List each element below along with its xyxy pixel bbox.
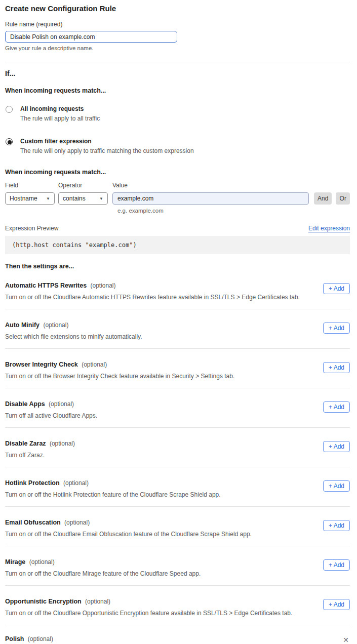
setting-main: Hotlink Protection (optional) Turn on or… bbox=[5, 479, 221, 498]
setting-title-line: Email Obfuscation (optional) bbox=[5, 519, 252, 526]
chevron-down-icon: ▼ bbox=[46, 196, 50, 201]
setting-row: Email Obfuscation (optional) Turn on or … bbox=[5, 507, 350, 546]
radio-option[interactable]: All incoming requests The rule will appl… bbox=[5, 100, 350, 127]
radio-button-icon[interactable] bbox=[6, 106, 13, 113]
setting-name: Mirage bbox=[5, 558, 25, 566]
rule-name-helper: Give your rule a descriptive name. bbox=[5, 45, 350, 51]
rule-name-block: Rule name (required) Give your rule a de… bbox=[5, 21, 350, 51]
or-button[interactable]: Or bbox=[336, 192, 350, 205]
operator-label: Operator bbox=[58, 182, 108, 189]
setting-row: Browser Integrity Check (optional) Turn … bbox=[5, 349, 350, 388]
builder-row: Field Hostname ▼ Operator contains ▼ Val… bbox=[5, 182, 350, 205]
setting-optional-label: (optional) bbox=[43, 321, 68, 329]
setting-name: Opportunistic Encryption bbox=[5, 598, 82, 605]
value-label: Value bbox=[112, 182, 309, 189]
expression-preview-code: (http.host contains "example.com") bbox=[5, 236, 350, 254]
setting-title-line: Automatic HTTPS Rewrites (optional) bbox=[5, 282, 300, 289]
setting-optional-label: (optional) bbox=[85, 598, 110, 605]
setting-optional-label: (optional) bbox=[63, 479, 89, 487]
setting-name: Disable Zaraz bbox=[5, 440, 46, 447]
field-select-value: Hostname bbox=[10, 195, 37, 202]
chevron-down-icon: ▼ bbox=[99, 196, 103, 201]
setting-optional-label: (optional) bbox=[90, 282, 115, 289]
setting-main: Opportunistic Encryption (optional) Turn… bbox=[5, 598, 292, 617]
rule-name-label: Rule name (required) bbox=[5, 21, 350, 28]
setting-title-line: Auto Minify (optional) bbox=[5, 321, 142, 329]
close-icon[interactable]: ✕ bbox=[342, 635, 350, 644]
polish-header: Polish (optional) ✕ bbox=[5, 635, 350, 644]
setting-row: Disable Zaraz (optional) Turn off Zaraz.… bbox=[5, 428, 350, 467]
add-setting-button[interactable]: + Add bbox=[323, 480, 350, 492]
add-setting-button[interactable]: + Add bbox=[323, 283, 350, 294]
setting-main: Email Obfuscation (optional) Turn on or … bbox=[5, 519, 252, 538]
radio-texts: Custom filter expression The rule will o… bbox=[20, 138, 194, 154]
operator-column: Operator contains ▼ bbox=[58, 182, 108, 205]
page-title: Create new Configuration Rule bbox=[5, 4, 350, 13]
setting-name: Automatic HTTPS Rewrites bbox=[5, 282, 87, 289]
setting-description: Turn on or off the Browser Integrity Che… bbox=[5, 373, 234, 380]
settings-list: Automatic HTTPS Rewrites (optional) Turn… bbox=[5, 270, 350, 625]
radio-option-description: The rule will only apply to traffic matc… bbox=[20, 147, 194, 154]
setting-main: Mirage (optional) Turn on or off the Clo… bbox=[5, 558, 201, 577]
setting-row: Disable Apps (optional) Turn off all act… bbox=[5, 388, 350, 428]
divider bbox=[5, 62, 350, 62]
setting-title-line: Browser Integrity Check (optional) bbox=[5, 361, 234, 368]
setting-description: Turn on or off the Cloudflare Automatic … bbox=[5, 294, 300, 301]
add-setting-button[interactable]: + Add bbox=[323, 323, 350, 334]
setting-row: Automatic HTTPS Rewrites (optional) Turn… bbox=[5, 270, 350, 309]
setting-main: Automatic HTTPS Rewrites (optional) Turn… bbox=[5, 282, 300, 301]
setting-name: Browser Integrity Check bbox=[5, 361, 78, 368]
setting-optional-label: (optional) bbox=[28, 635, 53, 642]
expression-preview-header: Expression Preview Edit expression bbox=[5, 225, 350, 232]
setting-description: Select which file extensions to minify a… bbox=[5, 333, 142, 340]
setting-title-line: Opportunistic Encryption (optional) bbox=[5, 598, 292, 605]
setting-row: Hotlink Protection (optional) Turn on or… bbox=[5, 467, 350, 507]
setting-title-line: Disable Apps (optional) bbox=[5, 400, 97, 408]
setting-main: Disable Zaraz (optional) Turn off Zaraz. bbox=[5, 440, 75, 459]
expression-preview-label: Expression Preview bbox=[5, 225, 58, 232]
setting-description: Turn off Zaraz. bbox=[5, 452, 75, 459]
setting-optional-label: (optional) bbox=[29, 558, 55, 566]
incoming-requests-radio-group: All incoming requests The rule will appl… bbox=[5, 100, 350, 159]
and-button[interactable]: And bbox=[314, 192, 332, 205]
expression-builder: When incoming requests match... Field Ho… bbox=[5, 169, 350, 214]
builder-heading: When incoming requests match... bbox=[5, 169, 350, 176]
add-setting-button[interactable]: + Add bbox=[323, 362, 350, 373]
setting-name: Disable Apps bbox=[5, 400, 45, 408]
field-column: Field Hostname ▼ bbox=[5, 182, 55, 205]
radio-option[interactable]: Custom filter expression The rule will o… bbox=[5, 133, 350, 159]
setting-optional-label: (optional) bbox=[50, 440, 75, 447]
then-settings-heading: Then the settings are... bbox=[5, 263, 350, 270]
setting-description: Turn on or off the Hotlink Protection fe… bbox=[5, 491, 221, 498]
operator-select[interactable]: contains ▼ bbox=[58, 192, 108, 205]
edit-expression-link[interactable]: Edit expression bbox=[308, 225, 350, 232]
setting-description: Turn on or off the Cloudflare Opportunis… bbox=[5, 610, 292, 617]
add-setting-button[interactable]: + Add bbox=[323, 559, 350, 571]
field-select[interactable]: Hostname ▼ bbox=[5, 192, 55, 205]
setting-row: Opportunistic Encryption (optional) Turn… bbox=[5, 586, 350, 625]
if-heading: If... bbox=[5, 69, 350, 77]
setting-name: Polish bbox=[5, 635, 24, 642]
setting-description: Turn on or off the Cloudflare Email Obfu… bbox=[5, 531, 252, 538]
add-setting-button[interactable]: + Add bbox=[323, 441, 350, 452]
rule-name-input[interactable] bbox=[5, 31, 177, 43]
value-column: Value bbox=[112, 182, 309, 205]
setting-name: Hotlink Protection bbox=[5, 479, 60, 487]
radio-option-label: All incoming requests bbox=[20, 105, 100, 112]
setting-title-line: Hotlink Protection (optional) bbox=[5, 479, 221, 487]
polish-title-line: Polish (optional) bbox=[5, 635, 53, 642]
add-setting-button[interactable]: + Add bbox=[323, 520, 350, 531]
setting-name: Email Obfuscation bbox=[5, 519, 61, 526]
polish-setting-section: Polish (optional) ✕ Change the settings … bbox=[5, 625, 350, 644]
match-heading: When incoming requests match... bbox=[5, 87, 350, 94]
setting-description: Turn on or off the Cloudflare Mirage fea… bbox=[5, 570, 201, 577]
value-input[interactable] bbox=[112, 192, 309, 205]
add-setting-button[interactable]: + Add bbox=[323, 401, 350, 413]
add-setting-button[interactable]: + Add bbox=[323, 599, 350, 610]
setting-row: Mirage (optional) Turn on or off the Clo… bbox=[5, 546, 350, 586]
value-helper: e.g. example.com bbox=[117, 208, 350, 214]
setting-title-line: Mirage (optional) bbox=[5, 558, 201, 566]
field-label: Field bbox=[5, 182, 55, 189]
radio-texts: All incoming requests The rule will appl… bbox=[20, 105, 100, 122]
radio-button-icon[interactable] bbox=[6, 138, 13, 145]
